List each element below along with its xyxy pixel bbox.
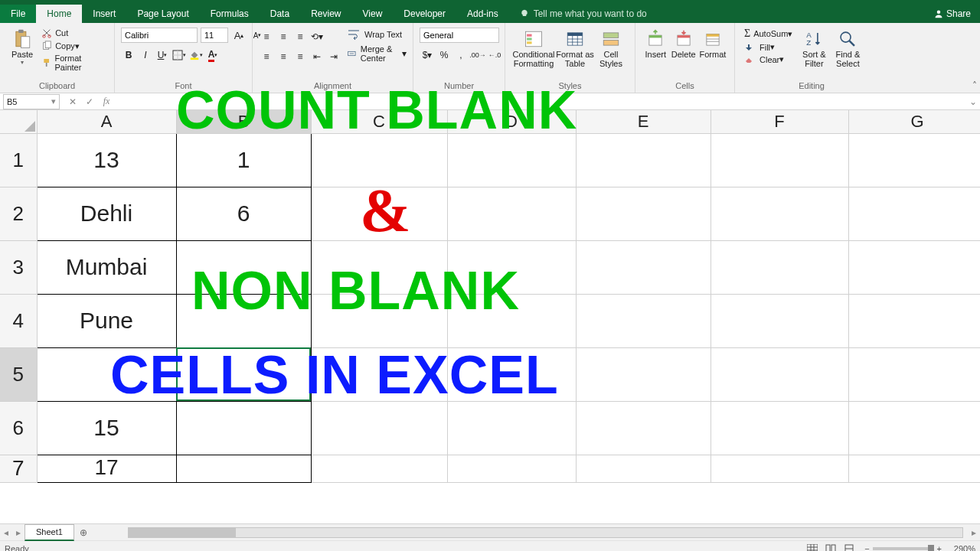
percent-button[interactable]: % xyxy=(436,47,452,63)
cell-E5[interactable] xyxy=(576,347,710,401)
format-as-table-button[interactable]: Format as Table xyxy=(556,26,594,68)
cell-F4[interactable] xyxy=(710,294,848,347)
normal-view-button[interactable] xyxy=(804,543,821,552)
cell-E4[interactable] xyxy=(576,294,710,347)
orientation-button[interactable]: ⟲▾ xyxy=(309,29,325,44)
add-sheet-button[interactable]: ⊕ xyxy=(74,527,93,538)
row-header-5[interactable]: 5 xyxy=(0,347,37,401)
conditional-formatting-button[interactable]: Conditional Formatting xyxy=(511,26,556,68)
delete-cells-button[interactable]: Delete xyxy=(669,26,697,60)
copy-button[interactable]: Copy ▾ xyxy=(41,41,108,51)
align-left-button[interactable]: ≡ xyxy=(259,49,274,64)
horizontal-scrollbar[interactable] xyxy=(128,527,963,538)
grow-font-button[interactable]: A▴ xyxy=(231,28,247,43)
fill-color-button[interactable]: ▾ xyxy=(188,47,204,63)
cell-styles-button[interactable]: Cell Styles xyxy=(594,26,628,68)
col-header-F[interactable]: F xyxy=(710,110,848,133)
select-all-corner[interactable] xyxy=(0,110,37,133)
cell-F3[interactable] xyxy=(710,240,848,294)
name-box[interactable]: B5▾ xyxy=(3,94,60,109)
collapse-ribbon-button[interactable]: ˄ xyxy=(972,80,977,91)
cell-F2[interactable] xyxy=(710,187,848,240)
zoom-out-button[interactable]: − xyxy=(864,544,869,552)
find-select-button[interactable]: Find & Select xyxy=(831,26,864,68)
row-header-3[interactable]: 3 xyxy=(0,240,37,294)
paste-button[interactable]: Paste ▾ xyxy=(6,26,38,66)
tab-developer[interactable]: Developer xyxy=(393,5,456,23)
format-painter-button[interactable]: Format Painter xyxy=(41,54,108,72)
row-header-4[interactable]: 4 xyxy=(0,294,37,347)
increase-decimal-button[interactable]: .00→ xyxy=(470,47,485,63)
enter-formula-button[interactable]: ✓ xyxy=(81,93,98,110)
number-format-select[interactable] xyxy=(420,28,499,43)
font-name-select[interactable] xyxy=(121,28,198,43)
cell-A7[interactable]: 17 xyxy=(37,455,176,482)
tab-file[interactable]: File xyxy=(0,5,36,23)
expand-formula-bar-button[interactable]: ⌄ xyxy=(966,96,980,107)
cell-D6[interactable] xyxy=(447,401,576,455)
cell-A1[interactable]: 13 xyxy=(37,133,176,187)
cell-G1[interactable] xyxy=(848,133,980,187)
font-color-button[interactable]: A▾ xyxy=(205,47,220,63)
cell-B2[interactable]: 6 xyxy=(176,187,311,240)
align-center-button[interactable]: ≡ xyxy=(276,49,291,64)
autosum-button[interactable]: ΣAutoSum ▾ xyxy=(744,28,792,40)
fill-button[interactable]: Fill ▾ xyxy=(744,42,792,52)
format-cells-button[interactable]: Format xyxy=(697,26,728,60)
bold-button[interactable]: B xyxy=(121,47,136,63)
tell-me-search[interactable]: Tell me what you want to do xyxy=(509,5,925,23)
sort-filter-button[interactable]: AZSort & Filter xyxy=(797,26,831,68)
cell-E7[interactable] xyxy=(576,455,710,482)
indent-increase-button[interactable]: ⇥ xyxy=(326,49,341,64)
font-size-select[interactable] xyxy=(201,28,228,43)
cell-A2[interactable]: Dehli xyxy=(37,187,176,240)
tab-addins[interactable]: Add-ins xyxy=(456,5,509,23)
row-header-7[interactable]: 7 xyxy=(0,455,37,482)
merge-center-button[interactable]: Merge & Center ▾ xyxy=(348,44,407,63)
cell-B6[interactable] xyxy=(176,401,311,455)
col-header-A[interactable]: A xyxy=(37,110,176,133)
cut-button[interactable]: Cut xyxy=(41,28,108,38)
cell-C7[interactable] xyxy=(311,455,447,482)
cell-F7[interactable] xyxy=(710,455,848,482)
decrease-decimal-button[interactable]: ←.0 xyxy=(487,47,502,63)
cell-F6[interactable] xyxy=(710,401,848,455)
align-bottom-button[interactable]: ≡ xyxy=(292,29,308,44)
cell-A6[interactable]: 15 xyxy=(37,401,176,455)
cell-E6[interactable] xyxy=(576,401,710,455)
insert-cells-button[interactable]: Insert xyxy=(642,26,669,60)
align-top-button[interactable]: ≡ xyxy=(259,29,274,44)
wrap-text-button[interactable]: Wrap Text xyxy=(348,29,407,40)
align-middle-button[interactable]: ≡ xyxy=(276,29,291,44)
cell-D1[interactable] xyxy=(447,133,576,187)
sheet-nav-next[interactable]: ▸ xyxy=(12,527,24,538)
tab-data[interactable]: Data xyxy=(260,5,300,23)
cell-G3[interactable] xyxy=(848,240,980,294)
cell-G4[interactable] xyxy=(848,294,980,347)
cell-D2[interactable] xyxy=(447,187,576,240)
cell-F1[interactable] xyxy=(710,133,848,187)
scroll-right-button[interactable]: ▸ xyxy=(968,527,980,538)
sheet-tab-1[interactable]: Sheet1 xyxy=(24,524,74,541)
tab-view[interactable]: View xyxy=(352,5,394,23)
cell-G6[interactable] xyxy=(848,401,980,455)
italic-button[interactable]: I xyxy=(138,47,153,63)
row-header-2[interactable]: 2 xyxy=(0,187,37,240)
share-button[interactable]: Share xyxy=(925,5,980,23)
tab-formulas[interactable]: Formulas xyxy=(200,5,260,23)
tab-page-layout[interactable]: Page Layout xyxy=(126,5,199,23)
currency-button[interactable]: $▾ xyxy=(420,47,435,63)
col-header-G[interactable]: G xyxy=(848,110,980,133)
cell-B7[interactable] xyxy=(176,455,311,482)
row-header-6[interactable]: 6 xyxy=(0,401,37,455)
tab-insert[interactable]: Insert xyxy=(82,5,126,23)
zoom-level[interactable]: 290% xyxy=(945,544,975,552)
zoom-slider[interactable] xyxy=(873,547,934,550)
cell-E2[interactable] xyxy=(576,187,710,240)
cell-F5[interactable] xyxy=(710,347,848,401)
cancel-formula-button[interactable]: ✕ xyxy=(64,93,81,110)
cell-A4[interactable]: Pune xyxy=(37,294,176,347)
cell-A3[interactable]: Mumbai xyxy=(37,240,176,294)
cell-B1[interactable]: 1 xyxy=(176,133,311,187)
comma-button[interactable]: , xyxy=(453,47,469,63)
